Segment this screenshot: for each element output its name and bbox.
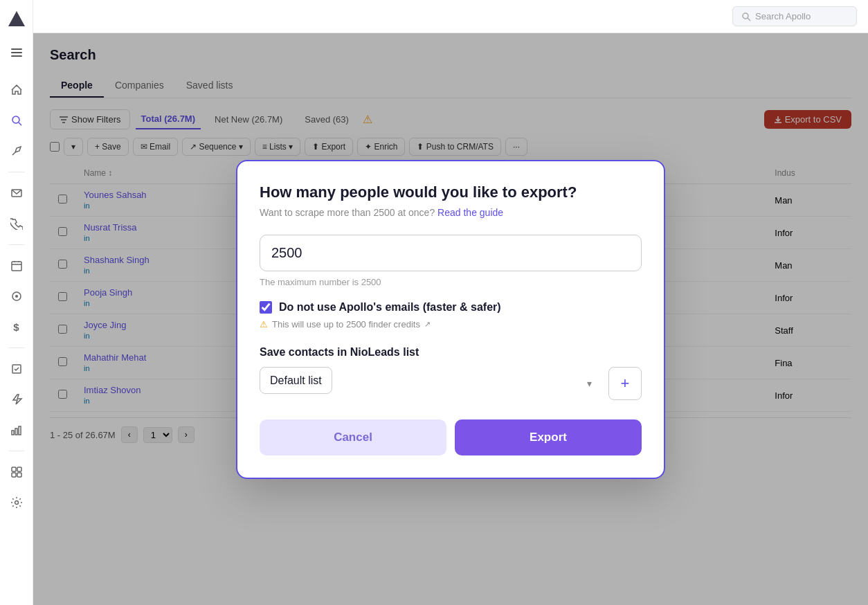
sidebar-item-tasks[interactable] <box>4 356 29 381</box>
modal-section-title: Save contacts in NioLeads list <box>260 346 642 359</box>
external-link-icon: ↗ <box>424 320 431 329</box>
svg-rect-12 <box>15 428 17 435</box>
svg-point-9 <box>15 295 18 298</box>
search-icon <box>741 12 751 21</box>
svg-rect-14 <box>12 467 16 471</box>
export-modal: How many people would you like to export… <box>236 160 665 479</box>
export-count-input[interactable] <box>260 235 642 271</box>
svg-line-5 <box>19 123 21 125</box>
sidebar-item-engage[interactable] <box>4 138 29 163</box>
svg-point-18 <box>15 501 18 505</box>
sidebar-divider-4 <box>8 451 25 451</box>
modal-title: How many people would you like to export… <box>260 183 642 201</box>
svg-rect-13 <box>19 426 21 435</box>
app-logo[interactable] <box>6 8 28 30</box>
main-content: Search Apollo Search People Companies Sa… <box>33 0 868 605</box>
sidebar-item-grid[interactable] <box>4 460 29 485</box>
sidebar-item-dollar[interactable]: $ <box>4 314 29 339</box>
warning-text: This will use up to 2500 finder credits <box>272 319 420 329</box>
no-apollo-emails-checkbox[interactable] <box>260 301 272 314</box>
svg-rect-3 <box>11 55 22 57</box>
svg-line-20 <box>748 18 750 21</box>
modal-hint: The maximum number is 2500 <box>260 277 642 287</box>
checkbox-label: Do not use Apollo's emails (faster & saf… <box>279 301 501 314</box>
list-select[interactable]: Default list <box>260 367 332 394</box>
sidebar: $ <box>0 0 33 605</box>
modal-warning-row: ⚠ This will use up to 2500 finder credit… <box>260 319 642 329</box>
svg-rect-16 <box>12 473 16 477</box>
sidebar-divider-2 <box>8 244 25 245</box>
modal-footer: Cancel Export <box>260 419 642 455</box>
sidebar-item-home[interactable] <box>4 78 29 102</box>
sidebar-divider-3 <box>8 347 25 348</box>
svg-point-4 <box>12 116 19 123</box>
sidebar-item-calendar[interactable] <box>4 253 29 278</box>
content-area: Search People Companies Saved lists Show… <box>33 33 868 605</box>
sidebar-toggle[interactable] <box>6 42 28 64</box>
sidebar-item-chat[interactable] <box>4 284 29 309</box>
svg-point-19 <box>743 13 748 19</box>
sidebar-divider-1 <box>8 172 25 172</box>
modal-subtitle: Want to scrape more than 2500 at once? R… <box>260 207 642 218</box>
sidebar-item-search[interactable] <box>4 108 29 133</box>
svg-marker-0 <box>8 11 25 26</box>
modal-overlay: How many people would you like to export… <box>33 33 868 605</box>
modal-list-row: Default list + <box>260 367 642 400</box>
warning-triangle-icon: ⚠ <box>260 319 268 329</box>
svg-rect-17 <box>17 473 21 477</box>
checkbox-row: Do not use Apollo's emails (faster & saf… <box>260 301 642 314</box>
svg-rect-2 <box>11 52 22 53</box>
sidebar-item-analytics[interactable] <box>4 417 29 442</box>
cancel-button[interactable]: Cancel <box>260 419 446 455</box>
sidebar-item-lightning[interactable] <box>4 387 29 412</box>
search-bar[interactable]: Search Apollo <box>732 6 857 26</box>
topbar: Search Apollo <box>33 0 868 33</box>
svg-rect-1 <box>11 48 22 50</box>
svg-rect-7 <box>12 262 21 271</box>
sidebar-item-email[interactable] <box>4 181 29 206</box>
sidebar-item-settings[interactable] <box>4 490 29 515</box>
read-guide-link[interactable]: Read the guide <box>437 207 503 218</box>
search-placeholder: Search Apollo <box>755 11 811 21</box>
export-modal-button[interactable]: Export <box>455 419 642 455</box>
svg-rect-11 <box>12 431 14 435</box>
sidebar-item-phone[interactable] <box>4 211 29 236</box>
add-list-button[interactable]: + <box>608 367 642 400</box>
list-select-wrapper: Default list <box>260 367 602 400</box>
svg-rect-15 <box>17 467 21 471</box>
